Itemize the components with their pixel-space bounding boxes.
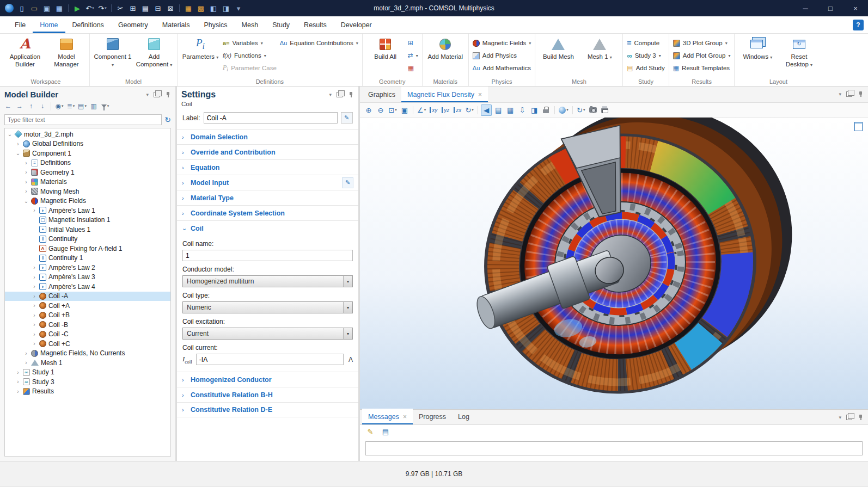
clear-icon[interactable]: ✎ [365, 426, 376, 437]
equation-contributions-button[interactable]: Δu Equation Contributions ▾ [280, 38, 358, 48]
tree-item[interactable]: ›Coil +C [5, 339, 170, 349]
section-coil[interactable]: ⌄Coil [177, 220, 358, 236]
field-select[interactable]: Current▾ [182, 328, 353, 340]
label-input[interactable] [204, 112, 338, 124]
update-view-icon[interactable]: ↻▾ [576, 104, 586, 116]
component-1-button[interactable]: Component 1 ▾ [94, 36, 132, 69]
functions-button[interactable]: f(x) Functions ▾ [223, 50, 277, 61]
tree-item[interactable]: ›Study 1 [5, 368, 170, 378]
tree-item[interactable]: ›Coil +B [5, 311, 170, 320]
expand-icon[interactable]: › [32, 207, 37, 213]
tab-messages[interactable]: Messages× [362, 409, 413, 424]
mesh-1-button[interactable]: Mesh 1 ▾ [580, 36, 619, 60]
new-file-icon[interactable]: ▯ [16, 2, 28, 14]
tree-item[interactable]: ›Ampère's Law 3 [5, 273, 170, 282]
add-component-button[interactable]: Add Component ▾ [135, 36, 173, 69]
build-mesh-button[interactable]: Build Mesh [539, 36, 577, 60]
remove-icon[interactable]: ⊟ [152, 2, 164, 14]
float-panel-icon[interactable] [337, 92, 343, 97]
table-icon[interactable]: ▦ [505, 104, 516, 116]
report-table-icon[interactable]: ▩ [195, 2, 207, 14]
tree-item[interactable]: ›Coil -B [5, 320, 170, 330]
section-equation[interactable]: ›Equation [177, 159, 358, 175]
geometry-update-button[interactable]: ⇄▾ [408, 50, 418, 61]
tree-item[interactable]: ⌄Magnetic Fields [5, 196, 170, 206]
forward-icon[interactable]: → [15, 101, 25, 112]
paste-icon[interactable]: ▤ [139, 2, 151, 14]
close-tab-icon[interactable]: × [403, 413, 407, 421]
tree-item[interactable]: ›Study 3 [5, 377, 170, 387]
add-plot-group-button[interactable]: Add Plot Group ▾ [673, 50, 731, 61]
close-icon[interactable]: × [843, 0, 868, 16]
model-tree-nodes-icon[interactable]: ▥ [89, 101, 99, 112]
zoom-box-icon[interactable]: ⊡▾ [387, 104, 398, 116]
open-file-icon[interactable]: ▭ [28, 2, 40, 14]
field-select[interactable]: Homogenized multiturn▾ [182, 275, 353, 287]
reset-desktop-button[interactable]: ↻ Reset Desktop ▾ [780, 36, 818, 69]
tree-item[interactable]: ›Geometry 1 [5, 168, 170, 177]
tab-log[interactable]: Log [452, 409, 475, 424]
float-panel-icon[interactable] [846, 415, 852, 420]
menu-item-home[interactable]: Home [33, 16, 65, 33]
tree-item[interactable]: Continuity [5, 235, 170, 244]
expand-icon[interactable]: › [23, 169, 29, 175]
collapse-icon[interactable]: ⌄ [23, 198, 29, 204]
field-input[interactable] [182, 250, 353, 261]
save-icon[interactable]: ▣ [41, 2, 53, 14]
tree-item[interactable]: ›Materials [5, 177, 170, 187]
expand-icon[interactable]: › [23, 360, 29, 366]
tree-item[interactable]: ›Ampère's Law 2 [5, 263, 170, 273]
window-grid-2-icon[interactable]: ◨ [220, 2, 232, 14]
menu-item-physics[interactable]: Physics [197, 16, 234, 33]
expand-icon[interactable]: › [23, 160, 29, 166]
add-material-button[interactable]: Add Material [426, 36, 464, 60]
parameters-button[interactable]: Pi Parameters ▾ [181, 36, 219, 60]
zoom-extents-icon[interactable]: ▣ [399, 104, 410, 116]
expand-icon[interactable]: › [15, 389, 21, 394]
plot-document-icon[interactable] [854, 122, 863, 131]
tree-item[interactable]: Magnetic Insulation 1 [5, 215, 170, 225]
expand-all-icon[interactable]: ▤▾ [77, 101, 87, 112]
application-builder-button[interactable]: A Application Builder [6, 36, 44, 69]
collapse-icon[interactable]: ⌄ [15, 150, 21, 156]
compute-button[interactable]: = Compute [627, 38, 664, 48]
expand-icon[interactable]: › [15, 141, 21, 147]
delete-icon[interactable]: ⊠ [164, 2, 176, 14]
cut-icon[interactable]: ✂ [114, 2, 126, 14]
study-3-button[interactable]: ∞ Study 3 ▾ [627, 50, 664, 61]
section-model-input[interactable]: ›Model Input✎ [177, 175, 358, 190]
section-coordinate-system-selection[interactable]: ›Coordinate System Selection [177, 205, 358, 220]
back-icon[interactable]: ← [3, 101, 13, 112]
pin-panel-icon[interactable] [857, 91, 864, 97]
variables-button[interactable]: a= Variables ▾ [223, 38, 277, 48]
camera-icon[interactable] [588, 104, 598, 116]
expand-icon[interactable]: › [32, 312, 37, 318]
panel-menu-icon[interactable]: ▾ [839, 91, 841, 97]
tree-item[interactable]: ›Global Definitions [5, 139, 170, 149]
expand-icon[interactable]: › [32, 274, 37, 280]
section-override-and-contribution[interactable]: ›Override and Contribution [177, 144, 358, 159]
zoom-in-icon[interactable]: ⊕ [363, 104, 374, 116]
collapse-all-icon[interactable]: ≣▾ [66, 101, 76, 112]
view-yz-icon[interactable]: yz [440, 104, 451, 116]
menu-item-geometry[interactable]: Geometry [111, 16, 155, 33]
show-icon[interactable]: ◉▾ [54, 101, 64, 112]
customize-toolbar-icon[interactable]: ▾ [233, 2, 244, 14]
tree-item[interactable]: ›Moving Mesh [5, 187, 170, 196]
tree-item[interactable]: ›Coil -A [5, 292, 170, 301]
copy-table-icon[interactable]: ▤ [380, 426, 391, 437]
tree-item[interactable]: ›Coil -C [5, 330, 170, 340]
view-zx-icon[interactable]: zx [452, 104, 463, 116]
menu-item-mesh[interactable]: Mesh [235, 16, 266, 33]
expand-icon[interactable]: › [23, 179, 29, 185]
field-input[interactable] [196, 354, 344, 365]
float-panel-icon[interactable] [154, 92, 160, 97]
filter-input[interactable] [4, 114, 162, 125]
field-select[interactable]: Numeric▾ [182, 301, 353, 313]
tree-item[interactable]: ⌄motor_3d_2.mph [5, 130, 170, 139]
expand-icon[interactable]: › [15, 379, 21, 385]
tree-item[interactable]: ›Ampère's Law 1 [5, 206, 170, 215]
graphics-canvas[interactable] [360, 118, 868, 409]
expand-icon[interactable]: › [32, 331, 37, 337]
add-mathematics-button[interactable]: Δu Add Mathematics [473, 63, 531, 73]
